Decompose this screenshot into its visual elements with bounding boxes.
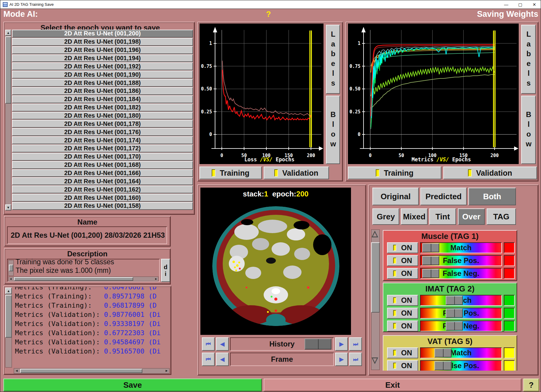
tag-scroll-down-icon[interactable]: ▽ <box>372 355 378 365</box>
gradient-thumb[interactable] <box>446 309 463 318</box>
metrics-training-button[interactable]: Training <box>348 167 441 179</box>
muscle-falsepos-gradient-slider[interactable]: False Pos. <box>420 255 502 266</box>
epoch-item[interactable]: 2D Att Res U-Net (001,176) <box>12 128 193 136</box>
gradient-thumb[interactable] <box>434 361 451 370</box>
epoch-item[interactable]: 2D Att Res U-Net (001,168) <box>12 161 193 169</box>
muscle-falsepos-on-button[interactable]: ON <box>387 255 418 266</box>
minimize-button[interactable]: — <box>499 0 513 9</box>
frame-slider[interactable]: Frame <box>230 353 334 366</box>
loss-blow-button[interactable]: Blow <box>326 96 340 164</box>
epoch-item[interactable]: 2D Att Res U-Net (001,194) <box>12 54 193 62</box>
epoch-item[interactable]: 2D Att Res U-Net (001,198) <box>12 38 193 46</box>
vat-falsepos-on-button[interactable]: ON <box>387 360 418 371</box>
muscle-color-swatch <box>504 242 515 253</box>
mode-mixed-button[interactable]: Mixed <box>401 208 428 225</box>
source-original-button[interactable]: Original <box>372 188 419 205</box>
gradient-thumb[interactable] <box>446 296 463 305</box>
history-prev-button[interactable]: ◀ <box>216 337 229 351</box>
epoch-item[interactable]: 2D Att Res U-Net (001,162) <box>12 185 193 193</box>
epoch-item[interactable]: 2D Att Res U-Net (001,164) <box>12 177 193 185</box>
metrics-validation-button[interactable]: Validation <box>443 167 537 179</box>
epoch-item[interactable]: 2D Att Res U-Net (001,160) <box>12 194 193 202</box>
epoch-item[interactable]: 2D Att Res U-Net (001,174) <box>12 136 193 144</box>
epoch-item[interactable]: 2D Att Res U-Net (001,170) <box>12 153 193 161</box>
gradient-thumb[interactable] <box>422 243 439 252</box>
epoch-item[interactable]: 2D Att Res U-Net (001,186) <box>12 87 193 95</box>
history-first-button[interactable]: ⏮ <box>202 337 215 351</box>
tag-scroll-thumb[interactable] <box>371 242 380 313</box>
vat-falsepos-gradient-slider[interactable]: False Pos. <box>420 360 502 371</box>
epoch-scroll-down-icon[interactable]: ▼ <box>5 204 11 211</box>
vat-match-on-button[interactable]: ON <box>387 347 418 358</box>
imat-match-on-button[interactable]: ON <box>387 295 418 306</box>
frame-first-button[interactable]: ⏮ <box>202 353 215 366</box>
loss-validation-button[interactable]: Validation <box>264 167 329 179</box>
ct-viewer-canvas[interactable]: stack:1 epoch:200 <box>200 188 351 335</box>
frame-next-button[interactable]: ▶ <box>335 353 348 366</box>
description-box[interactable]: Training was done for 5 classes The pixe… <box>7 259 160 282</box>
description-vscrollbar[interactable] <box>8 260 14 276</box>
exit-button[interactable]: Exit <box>264 379 521 391</box>
frame-prev-button[interactable]: ◀ <box>216 353 229 366</box>
description-hscrollbar[interactable]: ◄ ► <box>8 277 159 281</box>
muscle-falseneg-on-button[interactable]: ON <box>387 268 418 279</box>
mode-grey-button[interactable]: Grey <box>372 208 399 225</box>
epoch-item[interactable]: 2D Att Res U-Net (001,192) <box>12 62 193 70</box>
history-slider-thumb[interactable] <box>305 339 331 350</box>
tag-scroll-up-icon[interactable]: △ <box>372 229 378 238</box>
epoch-scroll-thumb[interactable] <box>5 36 11 104</box>
hscroll-right-icon[interactable]: ► <box>155 277 158 280</box>
epoch-item[interactable]: 2D Att Res U-Net (001,178) <box>12 120 193 128</box>
history-next-button[interactable]: ▶ <box>335 337 348 351</box>
gradient-thumb[interactable] <box>422 256 439 265</box>
header-help-icon[interactable]: ? <box>266 9 271 19</box>
vat-match-gradient-slider[interactable]: Match <box>420 347 502 358</box>
epoch-item[interactable]: 2D Att Res U-Net (001,200) <box>12 30 193 38</box>
muscle-match-gradient-slider[interactable]: Match <box>420 242 502 253</box>
imat-falseneg-on-button[interactable]: ON <box>387 321 418 332</box>
loss-training-button[interactable]: Training <box>199 167 262 179</box>
loss-labels-button[interactable]: Labels <box>326 25 340 94</box>
bottom-help-button[interactable]: ? <box>523 379 539 391</box>
imat-falseneg-gradient-slider[interactable]: False Neg. <box>420 321 502 332</box>
epoch-item[interactable]: 2D Att Res U-Net (001,172) <box>12 145 193 152</box>
epoch-item[interactable]: 2D Att Res U-Net (001,184) <box>12 95 193 103</box>
metrics-scroll-thumb[interactable] <box>5 295 12 338</box>
metrics-labels-button[interactable]: Labels <box>521 25 536 94</box>
epoch-item[interactable]: 2D Att Res U-Net (001,182) <box>12 104 193 112</box>
epoch-item[interactable]: 2D Att Res U-Net (001,196) <box>12 46 193 54</box>
source-predicted-button[interactable]: Predicted <box>420 188 467 205</box>
metrics-blow-button[interactable]: Blow <box>521 96 536 164</box>
imat-falsepos-on-button[interactable]: ON <box>387 308 418 319</box>
mode-over-button[interactable]: Over <box>458 208 485 225</box>
close-button[interactable]: ✕ <box>527 0 541 9</box>
epoch-item[interactable]: 2D Att Res U-Net (001,190) <box>12 71 193 79</box>
metrics-hscrollbar[interactable]: ◄ ► <box>14 368 170 374</box>
hscroll-left-icon[interactable]: ◄ <box>15 369 18 372</box>
muscle-match-on-button[interactable]: ON <box>387 242 418 253</box>
mode-tint-button[interactable]: Tint <box>429 208 456 225</box>
imat-falsepos-gradient-slider[interactable]: False Pos. <box>420 308 502 319</box>
description-side-button[interactable]: d i <box>161 259 170 282</box>
gradient-thumb[interactable] <box>446 321 463 331</box>
gradient-thumb[interactable] <box>434 348 451 357</box>
frame-last-button[interactable]: ⏭ <box>349 353 362 366</box>
epoch-item[interactable]: 2D Att Res U-Net (001,180) <box>12 112 193 120</box>
muscle-falseneg-gradient-slider[interactable]: False Neg. <box>420 268 502 279</box>
imat-match-gradient-slider[interactable]: Match <box>420 295 502 306</box>
history-last-button[interactable]: ⏭ <box>349 337 362 351</box>
save-button[interactable]: Save <box>3 379 262 391</box>
metrics-scroll-up-icon[interactable]: ▲ <box>5 288 12 294</box>
gradient-thumb[interactable] <box>422 269 439 278</box>
mode-tag-button[interactable]: TAG <box>487 208 516 225</box>
epoch-item[interactable]: 2D Att Res U-Net (001,188) <box>12 79 193 87</box>
source-both-button[interactable]: Both <box>468 188 516 205</box>
epoch-item[interactable]: 2D Att Res U-Net (001,158) <box>12 202 193 210</box>
epoch-item[interactable]: 2D Att Res U-Net (001,166) <box>12 169 193 177</box>
name-input[interactable]: 2D Att Res U-Net (001,200) 28/03/2026 21… <box>7 226 167 244</box>
maximize-button[interactable]: ▢ <box>513 0 527 9</box>
epoch-scroll-up-icon[interactable]: ▲ <box>5 30 11 36</box>
hscroll-right-icon[interactable]: ► <box>165 369 168 372</box>
hscroll-left-icon[interactable]: ◄ <box>9 277 12 280</box>
history-slider[interactable]: History <box>230 337 334 351</box>
